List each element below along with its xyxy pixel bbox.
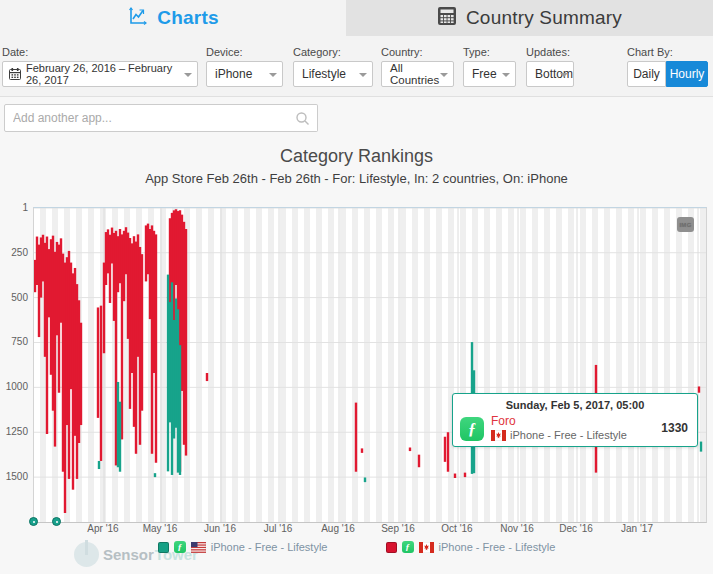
chevron-down-icon bbox=[359, 73, 367, 77]
plot-area[interactable]: SensorTower bbox=[33, 207, 707, 523]
foro-app-icon: ƒ bbox=[402, 541, 414, 553]
updates-label: Updates: bbox=[526, 46, 574, 58]
series-color-swatch bbox=[158, 542, 169, 553]
country-value: All Countries bbox=[390, 62, 439, 86]
tab-country-summary-label: Country Summary bbox=[466, 7, 622, 29]
x-axis-tick-label: Jul '16 bbox=[264, 523, 293, 534]
chart-by-label: Chart By: bbox=[627, 46, 708, 58]
country-select[interactable]: All Countries bbox=[381, 61, 454, 87]
category-value: Lifestyle bbox=[302, 67, 346, 81]
device-select[interactable]: iPhone bbox=[206, 61, 283, 87]
foro-app-icon: ƒ bbox=[460, 417, 484, 441]
x-axis-tick-label: Nov '16 bbox=[500, 523, 534, 534]
chevron-down-icon bbox=[440, 73, 448, 77]
legend-item[interactable]: ƒiPhone - Free - Lifestyle bbox=[158, 541, 328, 553]
chevron-down-icon bbox=[560, 73, 568, 77]
tab-bar: Charts Country Summary bbox=[0, 0, 713, 36]
device-label: Device: bbox=[206, 46, 283, 58]
date-range-value: February 26, 2016 – February 26, 2017 bbox=[26, 62, 181, 86]
canada-flag-icon bbox=[491, 430, 506, 441]
type-label: Type: bbox=[463, 46, 516, 58]
tooltip-app-detail: iPhone - Free - Lifestyle bbox=[510, 429, 627, 441]
filter-category: Category: Lifestyle bbox=[293, 46, 373, 87]
date-label: Date: bbox=[2, 46, 198, 58]
calendar-icon bbox=[9, 68, 21, 80]
tab-charts-label: Charts bbox=[157, 7, 218, 29]
category-label: Category: bbox=[293, 46, 373, 58]
tab-charts[interactable]: Charts bbox=[0, 0, 346, 36]
legend-item[interactable]: ƒiPhone - Free - Lifestyle bbox=[386, 541, 556, 553]
export-image-label: IMG bbox=[679, 222, 691, 228]
y-axis-tick-label: 1 bbox=[0, 202, 28, 213]
chart-tooltip: Sunday, Feb 5, 2017, 05:00 ƒ Foro iPhone… bbox=[452, 393, 698, 447]
summary-table-icon bbox=[437, 7, 457, 29]
app-window: Charts Country Summary Date: bbox=[0, 0, 713, 574]
y-axis-tick-label: 250 bbox=[0, 247, 28, 258]
app-update-marker[interactable] bbox=[29, 517, 38, 526]
x-axis-tick-label: Jan '17 bbox=[621, 523, 653, 534]
export-image-button[interactable]: IMG bbox=[677, 217, 694, 232]
filter-type: Type: Free bbox=[463, 46, 516, 87]
canada-flag-icon bbox=[419, 542, 434, 553]
updates-select[interactable]: Bottom bbox=[526, 61, 574, 87]
y-axis-tick-label: 500 bbox=[0, 292, 28, 303]
chevron-down-icon bbox=[184, 73, 192, 77]
x-axis-tick-label: Jun '16 bbox=[204, 523, 236, 534]
y-axis-tick-label: 1500 bbox=[0, 471, 28, 482]
chevron-down-icon bbox=[269, 73, 277, 77]
add-app-search-input[interactable] bbox=[4, 104, 288, 132]
filter-date: Date: February 26, 2016 – February 26, 2… bbox=[2, 46, 198, 87]
filter-chart-by: Chart By: Daily Hourly bbox=[627, 46, 708, 87]
legend-label: iPhone - Free - Lifestyle bbox=[439, 541, 556, 553]
series-color-swatch bbox=[386, 542, 397, 553]
chevron-down-icon bbox=[502, 73, 510, 77]
daily-button[interactable]: Daily bbox=[627, 61, 666, 87]
filter-updates: Updates: Bottom bbox=[526, 46, 574, 87]
chart-subtitle: App Store Feb 26th - Feb 26th - For: Lif… bbox=[0, 171, 713, 186]
search-button[interactable] bbox=[287, 104, 318, 132]
x-axis-tick-label: Apr '16 bbox=[87, 523, 118, 534]
country-label: Country: bbox=[381, 46, 454, 58]
foro-app-icon: ƒ bbox=[174, 541, 186, 553]
type-value: Free bbox=[472, 67, 497, 81]
search-icon bbox=[295, 111, 310, 126]
app-update-marker[interactable] bbox=[52, 517, 61, 526]
x-axis-tick-label: Sep '16 bbox=[381, 523, 415, 534]
filter-country: Country: All Countries bbox=[381, 46, 454, 87]
device-value: iPhone bbox=[215, 67, 252, 81]
line-chart-icon bbox=[127, 6, 148, 31]
chart-title: Category Rankings bbox=[0, 146, 713, 167]
tooltip-date: Sunday, Feb 5, 2017, 05:00 bbox=[453, 399, 697, 411]
chart-legend: ƒiPhone - Free - LifestyleƒiPhone - Free… bbox=[0, 541, 713, 553]
x-axis-tick-label: Aug '16 bbox=[321, 523, 355, 534]
x-axis-tick-label: May '16 bbox=[143, 523, 178, 534]
y-axis-tick-label: 1250 bbox=[0, 426, 28, 437]
y-axis-tick-label: 1000 bbox=[0, 381, 28, 392]
us-flag-icon bbox=[191, 542, 206, 553]
tab-country-summary[interactable]: Country Summary bbox=[346, 0, 713, 36]
y-axis-tick-label: 750 bbox=[0, 336, 28, 347]
x-axis-tick-label: Dec '16 bbox=[559, 523, 593, 534]
date-range-picker[interactable]: February 26, 2016 – February 26, 2017 bbox=[2, 61, 198, 87]
tooltip-rank-value: 1330 bbox=[661, 421, 688, 435]
category-select[interactable]: Lifestyle bbox=[293, 61, 373, 87]
type-select[interactable]: Free bbox=[463, 61, 516, 87]
x-axis-tick-label: Oct '16 bbox=[441, 523, 472, 534]
chart-panel: Category Rankings App Store Feb 26th - F… bbox=[0, 96, 713, 574]
hourly-button[interactable]: Hourly bbox=[666, 61, 708, 87]
ranking-series-svg bbox=[34, 208, 706, 522]
tooltip-app-name: Foro bbox=[491, 414, 516, 428]
legend-label: iPhone - Free - Lifestyle bbox=[211, 541, 328, 553]
filter-device: Device: iPhone bbox=[206, 46, 283, 87]
